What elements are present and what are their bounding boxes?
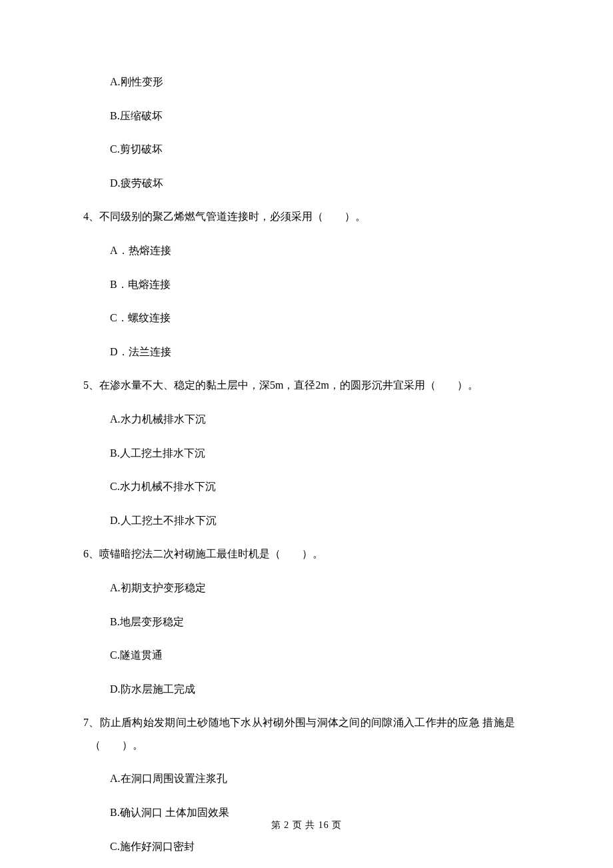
q6-option-a: A.初期支护变形稳定 <box>110 579 530 597</box>
q4-option-d: D．法兰连接 <box>110 343 530 361</box>
q5-option-c: C.水力机械不排水下沉 <box>110 478 530 495</box>
q4-option-b: B．电熔连接 <box>110 276 530 293</box>
q6-option-b: B.地层变形稳定 <box>110 613 530 631</box>
q5-option-a: A.水力机械排水下沉 <box>110 411 530 428</box>
q3-option-a: A.刚性变形 <box>110 73 530 91</box>
q3-option-d: D.疲劳破坏 <box>110 175 530 192</box>
q6-option-c: C.隧道贯通 <box>110 647 530 664</box>
q5-option-d: D.人工挖土不排水下沉 <box>110 512 530 529</box>
q7-option-c: C.施作好洞口密封 <box>110 838 530 855</box>
q4-text: 4、不同级别的聚乙烯燃气管道连接时，必须采用（ ）。 <box>83 208 530 225</box>
q4-option-c: C．螺纹连接 <box>110 309 530 327</box>
q3-option-b: B.压缩破坏 <box>110 107 530 125</box>
document-page: A.刚性变形 B.压缩破坏 C.剪切破坏 D.疲劳破坏 4、不同级别的聚乙烯燃气… <box>0 0 613 868</box>
q3-option-c: C.剪切破坏 <box>110 141 530 158</box>
q6-option-d: D.防水层施工完成 <box>110 681 530 698</box>
q7-text-line1: 7、防止盾构始发期间土砂随地下水从衬砌外围与洞体之间的间隙涌入工作井的应急 措施… <box>83 714 530 731</box>
q6-text: 6、喷锚暗挖法二次衬砌施工最佳时机是（ ）。 <box>83 545 530 563</box>
q4-option-a: A．热熔连接 <box>110 242 530 259</box>
page-footer: 第 2 页 共 16 页 <box>0 819 613 831</box>
q5-option-b: B.人工挖土排水下沉 <box>110 445 530 462</box>
q5-text: 5、在渗水量不大、稳定的黏土层中，深5m，直径2m，的圆形沉井宜采用（ ）。 <box>83 377 530 394</box>
q7-option-b: B.确认洞口 土体加固效果 <box>110 804 530 821</box>
q7-text-line2: （ ）。 <box>90 737 530 754</box>
q7-option-a: A.在洞口周围设置注浆孔 <box>110 770 530 787</box>
